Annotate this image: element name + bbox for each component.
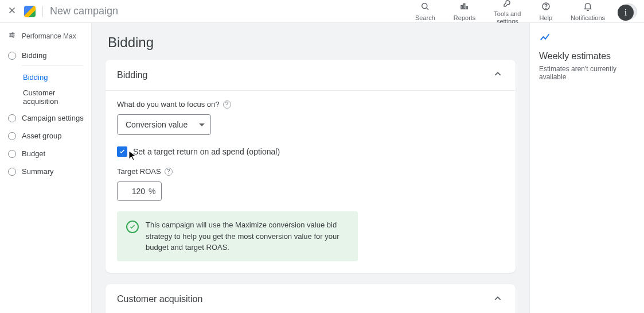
help-tooltip-icon[interactable]: ? <box>223 101 231 109</box>
wrench-icon <box>502 0 513 9</box>
main-content: Bidding Bidding What do you want to focu… <box>92 23 529 313</box>
estimates-title: Weekly estimates <box>539 51 635 61</box>
help-tooltip-icon[interactable]: ? <box>165 168 173 176</box>
sidebar-item-label: Summary <box>22 167 54 176</box>
sidebar-item-label: Bidding <box>22 51 46 60</box>
bell-icon <box>583 1 593 13</box>
google-ads-logo <box>24 6 36 17</box>
sidebar-sub-bidding[interactable]: Bidding <box>0 69 91 85</box>
target-roas-suffix: % <box>149 187 155 196</box>
sidebar-sub-label: Customer acquisition <box>23 88 58 106</box>
tune-icon <box>8 31 16 41</box>
sidebar-item-label: Budget <box>22 149 45 158</box>
sidebar-item-bidding[interactable]: Bidding <box>0 47 91 64</box>
customer-acquisition-card: Customer acquisition Optimize campaign f… <box>106 284 516 314</box>
step-circle-icon <box>8 150 16 158</box>
sidebar-sub-label: Bidding <box>23 73 48 82</box>
info-bubble-icon[interactable]: i <box>618 5 634 21</box>
sidebar-sub-customer-acquisition[interactable]: Customer acquisition <box>0 85 91 109</box>
svg-point-7 <box>10 34 11 36</box>
svg-point-5 <box>545 9 546 9</box>
nav-notifications[interactable]: Notifications <box>565 1 611 21</box>
svg-rect-2 <box>464 4 465 9</box>
nav-help[interactable]: Help <box>533 1 558 21</box>
focus-label: What do you want to focus on? <box>117 100 220 109</box>
set-target-checkbox[interactable] <box>117 146 127 157</box>
sidebar-item-summary[interactable]: Summary <box>0 163 91 180</box>
target-roas-label-row: Target ROAS ? <box>117 167 504 176</box>
strategy-info-text: This campaign will use the Maximize conv… <box>146 219 349 253</box>
estimates-rail: Weekly estimates Estimates aren't curren… <box>529 23 644 313</box>
sidebar: Performance Max Bidding Bidding Customer… <box>0 23 92 313</box>
svg-point-8 <box>13 36 14 37</box>
divider <box>22 65 83 66</box>
sidebar-item-campaign-settings[interactable]: Campaign settings <box>0 109 91 127</box>
svg-rect-3 <box>466 7 467 9</box>
focus-select[interactable]: Conversion value <box>117 114 211 135</box>
check-circle-icon <box>126 221 139 233</box>
focus-select-value: Conversion value <box>126 120 188 129</box>
close-icon[interactable] <box>7 5 17 17</box>
sidebar-item-label: Asset group <box>22 132 61 140</box>
sidebar-group-title-row: Performance Max <box>0 29 91 47</box>
step-circle-icon <box>8 168 16 176</box>
customer-card-title: Customer acquisition <box>117 294 202 304</box>
dropdown-caret-icon <box>199 123 205 126</box>
page-title: Bidding <box>106 34 516 51</box>
help-icon <box>541 1 551 13</box>
customer-card-header[interactable]: Customer acquisition <box>106 284 516 314</box>
bidding-card-title: Bidding <box>117 70 147 80</box>
sidebar-item-label: Campaign settings <box>22 114 84 122</box>
sidebar-item-budget[interactable]: Budget <box>0 145 91 163</box>
sidebar-group-title: Performance Max <box>22 32 76 40</box>
bar-chart-icon <box>459 1 470 13</box>
target-roas-input-wrap[interactable]: % <box>117 181 162 201</box>
strategy-info: This campaign will use the Maximize conv… <box>117 211 358 261</box>
bidding-card: Bidding What do you want to focus on? ? … <box>106 60 516 273</box>
chevron-up-icon <box>491 292 504 307</box>
chevron-up-icon <box>491 68 504 82</box>
step-circle-icon <box>8 52 16 60</box>
svg-point-0 <box>422 3 427 9</box>
nav-tools[interactable]: Tools and settings <box>488 0 526 25</box>
search-icon <box>420 1 430 13</box>
step-circle-icon <box>8 132 16 140</box>
target-roas-input[interactable] <box>123 187 145 196</box>
campaign-title: New campaign <box>50 5 118 17</box>
trend-line-icon <box>539 31 635 45</box>
set-target-label: Set a target return on ad spend (optiona… <box>133 147 280 156</box>
bidding-card-header[interactable]: Bidding <box>106 60 516 91</box>
nav-search[interactable]: Search <box>409 1 441 21</box>
divider <box>42 6 43 17</box>
nav-reports[interactable]: Reports <box>448 1 482 21</box>
sidebar-item-asset-group[interactable]: Asset group <box>0 127 91 145</box>
target-roas-label: Target ROAS <box>117 167 161 176</box>
step-circle-icon <box>8 114 16 122</box>
svg-rect-1 <box>461 6 462 9</box>
focus-label-row: What do you want to focus on? ? <box>117 100 504 109</box>
estimates-subtitle: Estimates aren't currently available <box>539 65 635 81</box>
